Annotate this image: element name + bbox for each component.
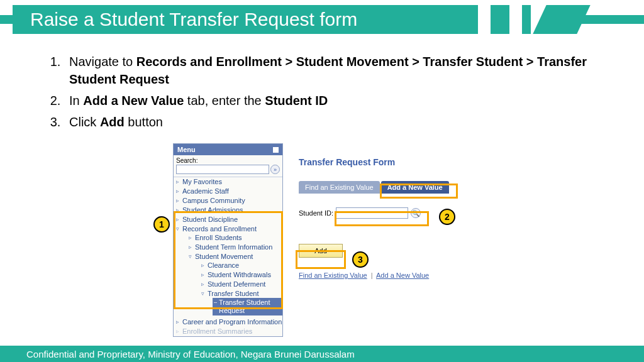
- tab-strip: Find an Existing Value Add a New Value: [299, 181, 449, 194]
- title-bar: Raise a Student Transfer Request form: [0, 5, 644, 34]
- search-input[interactable]: [176, 165, 269, 174]
- nav-my-favorites[interactable]: My Favorites: [176, 177, 282, 187]
- search-go-icon[interactable]: »: [270, 165, 280, 174]
- nav-tree: My Favorites Academic Staff Campus Commu…: [174, 177, 282, 336]
- step-1: Navigate to Records and Enrollment > Stu…: [64, 53, 619, 88]
- lookup-icon[interactable]: 🔍: [411, 208, 421, 218]
- menu-title: Menu: [174, 144, 282, 155]
- nav-student-movement[interactable]: Student Movement Clearance Student Withd…: [189, 252, 282, 317]
- nav-enrollment-summaries[interactable]: Enrollment Summaries: [176, 327, 282, 336]
- tab-add-new[interactable]: Add a New Value: [381, 181, 449, 194]
- nav-campus-community[interactable]: Campus Community: [176, 196, 282, 206]
- nav-student-term-info[interactable]: Student Term Information: [189, 243, 282, 252]
- page-title: Raise a Student Transfer Request form: [13, 5, 478, 34]
- nav-records-enrollment[interactable]: Records and Enrollment Enroll Students S…: [176, 224, 282, 317]
- nav-academic-staff[interactable]: Academic Staff: [176, 187, 282, 196]
- form-title: Transfer Request Form: [299, 157, 449, 167]
- step-3: Click Add button: [64, 113, 619, 131]
- nav-clearance[interactable]: Clearance: [201, 261, 282, 270]
- add-button[interactable]: Add: [299, 244, 343, 258]
- student-id-label: Student ID:: [299, 209, 333, 217]
- link-find-existing[interactable]: Find an Existing Value: [299, 272, 367, 279]
- footer: Confidential and Proprietary, Ministry o…: [0, 346, 644, 362]
- nav-student-withdrawals[interactable]: Student Withdrawals: [201, 270, 282, 280]
- link-add-new[interactable]: Add a New Value: [376, 272, 429, 279]
- nav-student-discipline[interactable]: Student Discipline: [176, 215, 282, 224]
- instruction-list: Navigate to Records and Enrollment > Stu…: [40, 53, 619, 134]
- minimize-icon[interactable]: [273, 147, 279, 153]
- app-screenshot: Menu Search: » My Favorites Academic Sta…: [173, 143, 575, 332]
- callout-3: 3: [352, 251, 369, 268]
- nav-career-program-info[interactable]: Career and Program Information: [176, 317, 282, 327]
- bottom-links: Find an Existing Value | Add a New Value: [299, 272, 449, 279]
- tab-find-existing[interactable]: Find an Existing Value: [299, 181, 380, 194]
- form-area: Transfer Request Form Find an Existing V…: [299, 157, 449, 279]
- callout-1: 1: [153, 216, 170, 233]
- nav-enroll-students[interactable]: Enroll Students: [189, 233, 282, 243]
- nav-student-deferment[interactable]: Student Deferment: [201, 280, 282, 289]
- step-2: In Add a New Value tab, enter the Studen…: [64, 92, 619, 109]
- student-id-input[interactable]: [336, 207, 408, 219]
- search-label: Search:: [176, 157, 197, 164]
- menu-pane: Menu Search: » My Favorites Academic Sta…: [173, 143, 283, 337]
- nav-student-admissions[interactable]: Student Admissions: [176, 206, 282, 215]
- student-id-row: Student ID: 🔍: [299, 207, 449, 219]
- callout-2: 2: [439, 209, 455, 225]
- nav-transfer-student[interactable]: Transfer Student Transfer Student Reques…: [201, 289, 282, 316]
- nav-transfer-student-request[interactable]: Transfer Student Request: [213, 298, 282, 315]
